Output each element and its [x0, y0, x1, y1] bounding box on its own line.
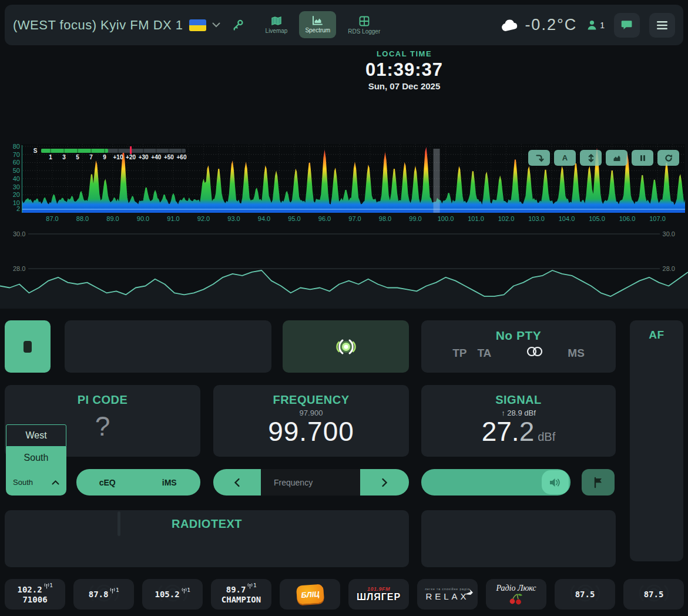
af-label: AF	[630, 329, 683, 342]
preset-button[interactable]: 87.5	[623, 579, 684, 610]
current-frequency: 99.700	[213, 417, 409, 446]
refresh-icon	[663, 153, 674, 163]
speaker-icon	[549, 477, 562, 488]
letter-a-icon: A	[562, 153, 568, 162]
antenna-icon	[247, 583, 253, 589]
chevron-left-icon	[234, 478, 240, 487]
ceq-button[interactable]: cEQ	[76, 478, 139, 487]
preset-button[interactable]: легке та спокійне радіоRELAX	[417, 579, 478, 610]
preset-button[interactable]: 87.81	[73, 579, 134, 610]
svg-text:91.0: 91.0	[167, 215, 179, 222]
preset-frequency: 87.5	[644, 590, 664, 599]
antenna-select[interactable]: South	[6, 469, 66, 496]
pty-panel: No PTY TP TA MS	[421, 320, 616, 373]
preset-button[interactable]: БЛІЦ	[280, 579, 340, 610]
eq-ims-pill: cEQ iMS	[76, 469, 200, 496]
area-chart-icon	[612, 153, 622, 163]
svg-text:97.0: 97.0	[348, 215, 361, 222]
svg-text:101.0: 101.0	[468, 215, 484, 222]
station-selector[interactable]: (WEST focus) Kyiv FM DX 1	[13, 18, 220, 33]
stereo-indicator-panel	[283, 320, 409, 373]
signal-panel: SIGNAL ↑ 28.9 dBf 27.2dBf	[421, 385, 616, 457]
svg-text:7: 7	[89, 154, 93, 160]
af-panel: AF	[630, 320, 683, 561]
weather-widget: -0.2°C	[501, 16, 577, 34]
report-flag-button[interactable]	[582, 469, 615, 496]
antenna-count: 1	[43, 583, 53, 589]
antenna-option-south[interactable]: South	[6, 447, 66, 469]
clock-date: Sun, 07 Dec 2025	[296, 81, 513, 91]
svg-text:92.0: 92.0	[197, 215, 210, 222]
listener-count: 1	[600, 21, 605, 30]
cherries-icon	[508, 593, 523, 605]
volume-thumb[interactable]	[542, 470, 569, 494]
ims-button[interactable]: iMS	[139, 478, 201, 487]
frequency-up-button[interactable]	[360, 469, 409, 496]
pi-code-label: PI CODE	[5, 393, 200, 407]
nav-livemap-label: Livemap	[266, 28, 288, 34]
tp-flag: TP	[452, 347, 467, 360]
preset-button[interactable]: 101.9FMШЛЯГЕР	[348, 579, 409, 610]
nav-livemap-button[interactable]: Livemap	[260, 11, 294, 39]
map-icon	[271, 16, 282, 26]
nav-rds-logger-button[interactable]: RDS Logger	[342, 11, 386, 39]
scroll-to-tuner-button[interactable]	[528, 150, 550, 166]
logo-shlyager: 101.9FMШЛЯГЕР	[357, 586, 401, 602]
svg-text:+10: +10	[113, 154, 123, 160]
svg-text:106.0: 106.0	[619, 215, 636, 222]
hamburger-icon	[656, 21, 668, 30]
resize-vertical-button[interactable]	[580, 150, 602, 166]
preset-button[interactable]: 87.5	[555, 579, 615, 610]
svg-text:50: 50	[13, 167, 20, 174]
preset-frequency: 102.2	[18, 585, 42, 594]
key-icon	[232, 19, 244, 31]
signal-history-chart: 30.030.028.028.026.026.0	[0, 226, 688, 309]
user-icon	[586, 19, 598, 31]
svg-text:89.0: 89.0	[106, 215, 119, 222]
svg-text:104.0: 104.0	[559, 215, 575, 222]
antenna-selected-value: South	[13, 478, 33, 487]
pause-button[interactable]	[632, 150, 653, 166]
svg-text:70: 70	[13, 151, 20, 158]
antenna-option-west[interactable]: West	[6, 424, 66, 447]
chat-button[interactable]	[614, 13, 640, 38]
logo-blic: БЛІЦ	[296, 584, 324, 604]
volume-slider[interactable]	[421, 469, 570, 496]
nav-spectrum-button[interactable]: Spectrum	[299, 11, 336, 38]
preset-button[interactable]: Радіо Люкс	[486, 579, 546, 610]
svg-text:107.0: 107.0	[649, 215, 666, 222]
svg-text:103.0: 103.0	[528, 215, 545, 222]
admin-key-button[interactable]	[232, 19, 244, 31]
scrollbar[interactable]	[118, 511, 120, 536]
refresh-button[interactable]	[657, 150, 679, 166]
preset-button[interactable]: 102.2171006	[5, 579, 65, 610]
stop-audio-button[interactable]	[5, 320, 51, 373]
preset-station-label: CHAMPION	[221, 595, 261, 604]
svg-text:105.0: 105.0	[589, 215, 605, 222]
svg-text:28.0: 28.0	[13, 265, 25, 272]
antenna-count: 1	[247, 583, 256, 589]
frequency-down-button[interactable]	[213, 469, 261, 496]
menu-button[interactable]	[649, 13, 675, 38]
svg-text:28.0: 28.0	[663, 265, 675, 272]
svg-text:90.0: 90.0	[137, 215, 149, 222]
svg-text:+50: +50	[164, 154, 174, 160]
pause-icon	[637, 153, 648, 163]
ta-flag: TA	[477, 347, 491, 360]
top-bar: (WEST focus) Kyiv FM DX 1 Livemap Spectr…	[5, 5, 683, 45]
svg-text:30: 30	[13, 183, 20, 190]
antenna-icon	[109, 588, 116, 594]
signal-value: 27.2dBf	[421, 417, 616, 446]
svg-text:94.0: 94.0	[258, 215, 270, 222]
preset-button[interactable]: 89.71CHAMPION	[211, 579, 271, 610]
grid-icon	[359, 16, 370, 26]
autorange-button[interactable]: A	[554, 150, 576, 166]
graph-style-button[interactable]	[606, 150, 627, 166]
svg-text:20: 20	[13, 191, 20, 198]
svg-text:5: 5	[76, 154, 79, 160]
frequency-input[interactable]	[261, 469, 360, 496]
svg-text:S: S	[33, 148, 38, 154]
preset-button[interactable]: 105.21	[142, 579, 203, 610]
signal-label: SIGNAL	[421, 393, 616, 407]
spectrum-analyzer[interactable]: 8070605040302010287.088.089.090.091.092.…	[5, 144, 685, 224]
